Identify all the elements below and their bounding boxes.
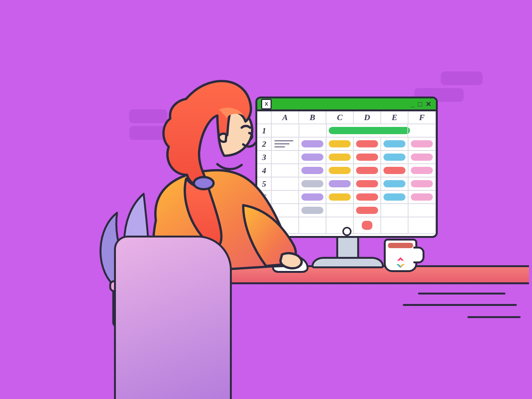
cell[interactable] [354, 217, 381, 234]
cell[interactable] [408, 138, 436, 151]
chip-pink [411, 154, 433, 161]
chip-red [356, 207, 378, 214]
cell[interactable] [354, 138, 381, 151]
chip-pink [411, 180, 433, 187]
cell[interactable] [354, 151, 381, 164]
clickup-logo-icon [395, 257, 406, 268]
chip-red [383, 167, 406, 174]
window-controls[interactable]: _ □ ✕ [411, 100, 432, 108]
cell[interactable] [408, 191, 436, 204]
chair-back [114, 236, 232, 399]
cell[interactable] [381, 124, 408, 138]
coffee-liquid [388, 243, 413, 248]
cell[interactable] [354, 177, 381, 191]
cell[interactable] [408, 177, 436, 191]
cell[interactable] [381, 217, 408, 234]
chip-red [356, 180, 378, 187]
column-header[interactable]: F [408, 111, 436, 124]
coffee-mug [384, 239, 417, 272]
mug-handle [413, 247, 424, 263]
cell[interactable] [408, 204, 436, 217]
chip-blue [383, 193, 406, 201]
chip-pink [411, 140, 433, 147]
svg-point-2 [194, 177, 214, 189]
chip-pink [411, 167, 433, 174]
chip-red [356, 193, 378, 201]
cell[interactable] [381, 138, 408, 151]
illustration-stage: X _ □ ✕ A B C D E F 1 [0, 0, 532, 399]
cell[interactable] [408, 217, 436, 234]
chip-red [362, 221, 372, 230]
cell[interactable] [381, 191, 408, 204]
cell[interactable] [408, 124, 436, 138]
cell[interactable] [408, 151, 436, 164]
cell[interactable] [354, 124, 381, 138]
chip-blue [383, 180, 406, 187]
cell[interactable] [354, 204, 381, 217]
cell[interactable] [381, 204, 408, 217]
chip-blue [383, 140, 406, 147]
chip-red [356, 154, 378, 161]
bg-brick [441, 71, 483, 85]
cell[interactable] [408, 164, 436, 177]
chip-blue [383, 154, 406, 161]
chair [114, 236, 228, 399]
webcam-icon [342, 227, 352, 236]
desk-accent-line [467, 316, 521, 318]
column-header[interactable]: E [381, 111, 408, 124]
chip-red [356, 167, 378, 174]
cell[interactable] [381, 177, 408, 191]
desk-accent-line [418, 293, 505, 294]
chip-red [356, 140, 378, 147]
cell[interactable] [354, 191, 381, 204]
chip-pink [411, 193, 433, 201]
desk-accent-line [403, 304, 517, 306]
cell[interactable] [381, 164, 408, 177]
column-header[interactable]: D [354, 111, 381, 124]
cell[interactable] [381, 151, 408, 164]
cell[interactable] [354, 164, 381, 177]
